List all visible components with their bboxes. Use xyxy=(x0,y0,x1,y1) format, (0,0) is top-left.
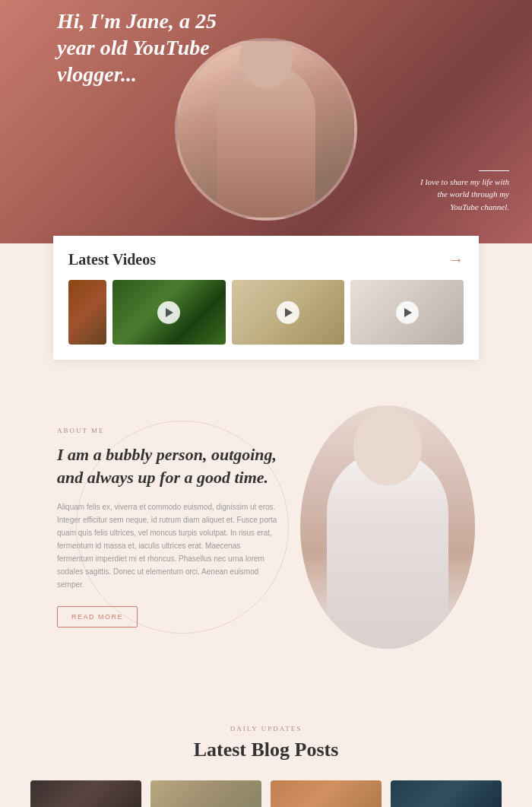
about-label: ABOUT ME xyxy=(57,427,277,434)
video-play-button-4[interactable] xyxy=(396,301,419,324)
videos-grid xyxy=(68,280,464,345)
hero-profile-circle xyxy=(175,38,357,221)
blog-card-3[interactable] xyxy=(271,780,382,807)
video-thumbnail-4[interactable] xyxy=(350,280,464,345)
about-profile-photo xyxy=(300,405,475,649)
hero-section: Hi, I'm Jane, a 25 year old YouTube vlog… xyxy=(0,0,532,243)
hero-quote: I love to share my life with the world t… xyxy=(410,170,509,214)
about-heading: I am a bubbly person, outgoing, and alwa… xyxy=(57,443,277,488)
video-thumbnail-2[interactable] xyxy=(112,280,226,345)
blog-section: DAILY UPDATES Latest Blog Posts xyxy=(0,694,532,807)
about-photo-inner xyxy=(300,405,475,649)
video-play-button-2[interactable] xyxy=(157,301,180,324)
about-text-block: ABOUT ME I am a bubbly person, outgoing,… xyxy=(57,427,277,627)
videos-header: Latest Videos → xyxy=(68,251,464,268)
hero-profile-image xyxy=(178,41,354,218)
videos-arrow-icon[interactable]: → xyxy=(448,251,464,268)
video-play-button-3[interactable] xyxy=(277,301,299,324)
blog-card-1[interactable] xyxy=(30,780,141,807)
read-more-button[interactable]: READ MORE xyxy=(57,606,138,627)
about-body-text: Aliquam felis ex, viverra et commodo eui… xyxy=(57,500,277,591)
videos-section: Latest Videos → xyxy=(53,236,479,360)
about-person-silhouette xyxy=(327,451,448,649)
videos-title: Latest Videos xyxy=(68,251,156,268)
blog-title: Latest Blog Posts xyxy=(30,739,502,761)
about-section: ABOUT ME I am a bubbly person, outgoing,… xyxy=(0,360,532,694)
video-thumbnail-3[interactable] xyxy=(232,280,345,345)
blog-label: DAILY UPDATES xyxy=(30,725,502,732)
blog-card-2[interactable] xyxy=(150,780,261,807)
blog-card-4[interactable] xyxy=(391,780,502,807)
hero-person-silhouette xyxy=(217,65,315,218)
video-thumbnail-1[interactable] xyxy=(68,280,106,345)
blog-grid xyxy=(30,780,502,807)
